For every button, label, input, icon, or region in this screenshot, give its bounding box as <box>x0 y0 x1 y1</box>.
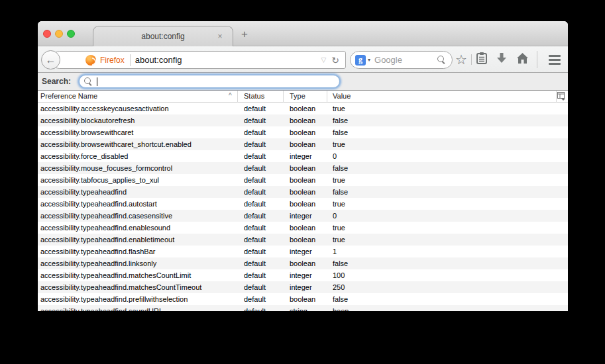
close-window-button[interactable] <box>43 30 51 38</box>
cell-value: 0 <box>333 212 337 220</box>
browser-window: about:config × + ← Firefox about:config … <box>38 21 568 311</box>
bookmarks-menu-icon[interactable] <box>472 52 492 68</box>
preference-row[interactable]: accessibility.typeaheadfind.matchesCount… <box>38 281 568 293</box>
tab-about-config[interactable]: about:config × <box>93 26 233 46</box>
cell-type: boolean <box>290 176 315 184</box>
cell-value: true <box>333 140 345 148</box>
firefox-identity-icon[interactable] <box>85 55 96 66</box>
cell-status: default <box>244 271 266 279</box>
preference-row[interactable]: accessibility.typeaheadfind.soundURLdefa… <box>38 305 568 311</box>
preference-row[interactable]: accessibility.typeaheadfind.flashBardefa… <box>38 246 568 257</box>
preference-row[interactable]: accessibility.browsewithcaret_shortcut.e… <box>38 138 568 150</box>
column-picker-icon[interactable] <box>557 92 566 101</box>
cell-status: default <box>244 295 266 303</box>
cell-value: 250 <box>333 283 345 291</box>
home-icon[interactable] <box>512 52 533 67</box>
preference-row[interactable]: accessibility.typeaheadfind.enablesoundd… <box>38 222 568 234</box>
zoom-window-button[interactable] <box>67 30 75 38</box>
preference-row[interactable]: accessibility.blockautorefreshdefaultboo… <box>38 114 568 126</box>
cell-name: accessibility.browsewithcaret_shortcut.e… <box>40 140 192 148</box>
cell-status: default <box>244 283 266 291</box>
urlbar-dropdown-icon[interactable]: ▽ <box>321 56 327 64</box>
downloads-icon[interactable] <box>492 52 512 67</box>
cell-type: boolean <box>290 105 315 113</box>
cell-status: default <box>244 105 266 113</box>
sort-ascending-icon: ^ <box>229 92 232 99</box>
cell-type: boolean <box>290 295 315 303</box>
cell-type: boolean <box>290 259 315 267</box>
cell-type: integer <box>290 212 312 220</box>
cell-status: default <box>244 212 266 220</box>
cell-value: false <box>333 259 348 267</box>
cell-name: accessibility.typeaheadfind.autostart <box>40 200 157 208</box>
preference-row[interactable]: accessibility.browsewithcaretdefaultbool… <box>38 126 568 138</box>
preference-row[interactable]: accessibility.typeaheadfind.casesensitiv… <box>38 210 568 222</box>
cell-name: accessibility.typeaheadfind.casesensitiv… <box>40 212 172 220</box>
config-search-row: Search: <box>38 73 568 91</box>
cell-type: boolean <box>290 164 315 172</box>
preference-row[interactable]: accessibility.typeaheadfind.enabletimeou… <box>38 234 568 246</box>
preference-row[interactable]: accessibility.mouse_focuses_formcontrold… <box>38 162 568 174</box>
engine-dropdown-icon[interactable]: ▾ <box>368 57 370 63</box>
cell-name: accessibility.typeaheadfind.matchesCount… <box>40 271 191 279</box>
cell-value: false <box>333 128 348 136</box>
preference-row[interactable]: accessibility.typeaheadfind.autostartdef… <box>38 198 568 210</box>
web-search-bar[interactable]: g ▾ Google <box>350 51 453 69</box>
back-button[interactable]: ← <box>41 50 60 69</box>
cell-status: default <box>244 128 266 136</box>
cell-name: accessibility.typeaheadfind.soundURL <box>40 307 163 311</box>
cell-status: default <box>244 152 266 160</box>
url-text[interactable]: about:config <box>135 55 182 65</box>
column-separator[interactable] <box>327 91 327 103</box>
cell-status: default <box>244 307 266 311</box>
cell-type: integer <box>290 283 312 291</box>
cell-value: beep <box>333 307 349 311</box>
cell-name: accessibility.browsewithcaret <box>40 128 133 136</box>
reload-icon[interactable]: ↻ <box>331 55 339 66</box>
config-search-input[interactable] <box>79 75 340 88</box>
tab-close-icon[interactable]: × <box>215 32 225 41</box>
column-header-type[interactable]: Type <box>290 92 305 100</box>
preference-row[interactable]: accessibility.force_disableddefaultinteg… <box>38 150 568 162</box>
cell-value: true <box>333 105 345 113</box>
preference-row[interactable]: accessibility.tabfocus_applies_to_xuldef… <box>38 174 568 186</box>
column-separator[interactable] <box>237 91 238 103</box>
preference-row[interactable]: accessibility.typeaheadfind.prefillwiths… <box>38 293 568 305</box>
text-cursor <box>97 77 97 86</box>
cell-status: default <box>244 248 266 255</box>
cell-type: integer <box>290 271 312 279</box>
cell-status: default <box>244 259 266 267</box>
preferences-table-header: Preference Name ^ Status Type Value <box>38 91 568 103</box>
cell-name: accessibility.typeaheadfind.linksonly <box>40 259 156 267</box>
cell-status: default <box>244 200 266 208</box>
toolbar-separator <box>537 51 537 68</box>
titlebar: about:config × + <box>38 21 568 46</box>
cell-name: accessibility.typeaheadfind <box>40 188 127 196</box>
minimize-window-button[interactable] <box>55 30 63 38</box>
navigation-toolbar: ← Firefox about:config ▽ ↻ g ▾ Google ☆ <box>38 46 568 73</box>
cell-type: boolean <box>290 188 315 196</box>
site-identity-label[interactable]: Firefox <box>100 56 125 65</box>
cell-type: boolean <box>290 236 315 244</box>
hamburger-menu-icon[interactable] <box>541 55 568 65</box>
preference-row[interactable]: accessibility.typeaheadfinddefaultboolea… <box>38 186 568 198</box>
preference-row[interactable]: accessibility.typeaheadfind.linksonlydef… <box>38 257 568 269</box>
url-bar[interactable]: Firefox about:config ▽ ↻ <box>50 51 346 69</box>
column-separator <box>556 91 557 103</box>
preference-row[interactable]: accessibility.accesskeycausesactivationd… <box>38 103 568 114</box>
column-header-preference-name[interactable]: Preference Name <box>40 92 97 100</box>
column-separator[interactable] <box>283 91 284 103</box>
cell-name: accessibility.accesskeycausesactivation <box>40 105 169 113</box>
google-engine-icon[interactable]: g <box>355 55 366 66</box>
config-search-label: Search: <box>42 77 71 86</box>
new-tab-button[interactable]: + <box>239 28 250 40</box>
cell-value: true <box>333 224 345 232</box>
bookmark-star-icon[interactable]: ☆ <box>451 46 471 73</box>
column-header-value[interactable]: Value <box>333 92 351 100</box>
search-icon[interactable] <box>437 56 446 64</box>
cell-value: false <box>333 295 348 303</box>
column-header-status[interactable]: Status <box>244 92 264 100</box>
preference-row[interactable]: accessibility.typeaheadfind.matchesCount… <box>38 269 568 281</box>
cell-name: accessibility.typeaheadfind.enablesound <box>40 224 170 232</box>
cell-value: 0 <box>333 152 337 160</box>
